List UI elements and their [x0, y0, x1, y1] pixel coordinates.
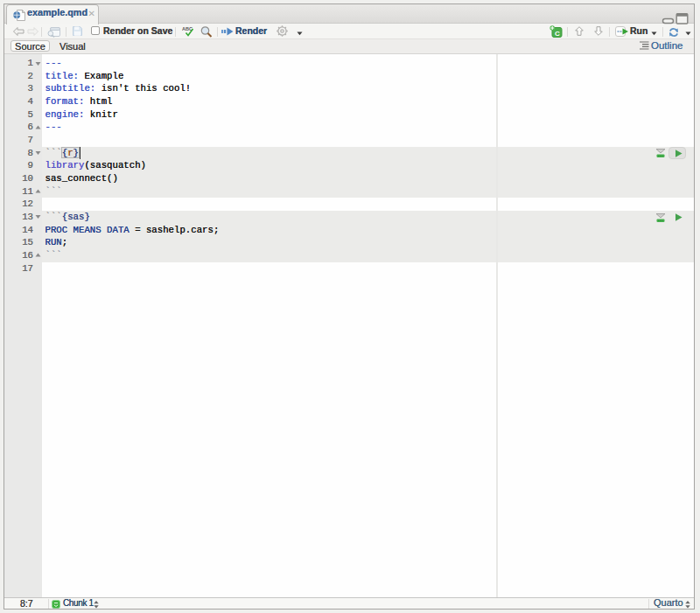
svg-text:C: C [555, 30, 560, 38]
svg-text:ABC: ABC [182, 26, 192, 31]
